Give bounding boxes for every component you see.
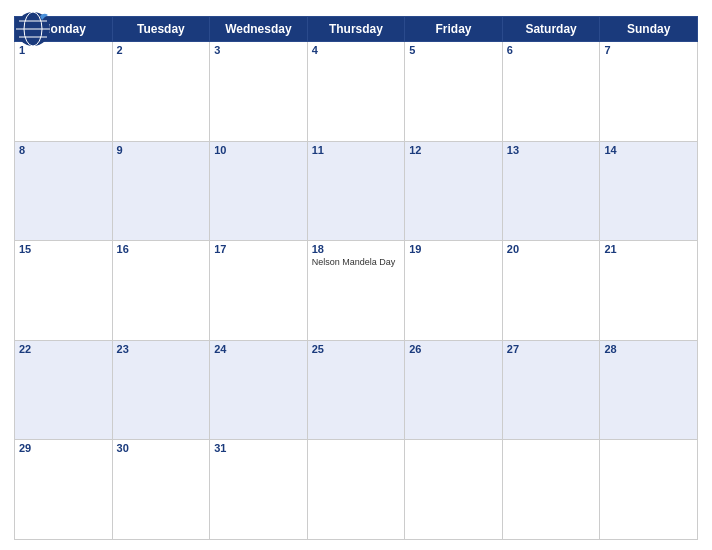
calendar-cell: 13	[502, 141, 600, 241]
calendar-table: MondayTuesdayWednesdayThursdayFridaySatu…	[14, 16, 698, 540]
calendar-cell: 8	[15, 141, 113, 241]
day-number: 21	[604, 243, 693, 255]
calendar-container: MondayTuesdayWednesdayThursdayFridaySatu…	[0, 0, 712, 550]
day-number: 5	[409, 44, 498, 56]
calendar-cell: 27	[502, 340, 600, 440]
day-number: 8	[19, 144, 108, 156]
calendar-cell: 11	[307, 141, 405, 241]
day-number: 20	[507, 243, 596, 255]
day-number: 22	[19, 343, 108, 355]
calendar-cell: 7	[600, 42, 698, 142]
calendar-cell: 17	[210, 241, 308, 341]
day-number: 9	[117, 144, 206, 156]
calendar-cell	[405, 440, 503, 540]
calendar-row-3: 15161718Nelson Mandela Day192021	[15, 241, 698, 341]
calendar-cell: 21	[600, 241, 698, 341]
calendar-cell: 1	[15, 42, 113, 142]
day-number: 23	[117, 343, 206, 355]
calendar-cell: 10	[210, 141, 308, 241]
calendar-cell: 2	[112, 42, 210, 142]
day-number: 25	[312, 343, 401, 355]
calendar-cell: 15	[15, 241, 113, 341]
calendar-cell: 20	[502, 241, 600, 341]
day-number: 12	[409, 144, 498, 156]
calendar-cell: 25	[307, 340, 405, 440]
day-number: 18	[312, 243, 401, 255]
day-number: 24	[214, 343, 303, 355]
calendar-row-1: 1234567	[15, 42, 698, 142]
day-number: 31	[214, 442, 303, 454]
calendar-row-5: 293031	[15, 440, 698, 540]
calendar-cell: 4	[307, 42, 405, 142]
day-number: 11	[312, 144, 401, 156]
day-number: 2	[117, 44, 206, 56]
calendar-cell: 18Nelson Mandela Day	[307, 241, 405, 341]
day-number: 16	[117, 243, 206, 255]
weekday-header-sunday: Sunday	[600, 17, 698, 42]
calendar-cell: 28	[600, 340, 698, 440]
calendar-cell: 30	[112, 440, 210, 540]
day-number: 7	[604, 44, 693, 56]
weekday-header-tuesday: Tuesday	[112, 17, 210, 42]
day-number: 28	[604, 343, 693, 355]
calendar-cell: 23	[112, 340, 210, 440]
calendar-cell: 9	[112, 141, 210, 241]
weekday-header-friday: Friday	[405, 17, 503, 42]
calendar-cell	[600, 440, 698, 540]
day-number: 17	[214, 243, 303, 255]
calendar-cell: 24	[210, 340, 308, 440]
day-number: 3	[214, 44, 303, 56]
day-number: 29	[19, 442, 108, 454]
day-number: 6	[507, 44, 596, 56]
day-number: 27	[507, 343, 596, 355]
calendar-cell: 19	[405, 241, 503, 341]
calendar-cell	[307, 440, 405, 540]
day-number: 14	[604, 144, 693, 156]
day-number: 26	[409, 343, 498, 355]
calendar-cell: 29	[15, 440, 113, 540]
calendar-cell: 22	[15, 340, 113, 440]
calendar-cell: 5	[405, 42, 503, 142]
day-number: 10	[214, 144, 303, 156]
logo	[14, 10, 52, 48]
day-number: 19	[409, 243, 498, 255]
weekday-header-row: MondayTuesdayWednesdayThursdayFridaySatu…	[15, 17, 698, 42]
calendar-cell: 26	[405, 340, 503, 440]
calendar-cell: 14	[600, 141, 698, 241]
calendar-row-2: 891011121314	[15, 141, 698, 241]
calendar-cell: 16	[112, 241, 210, 341]
day-number: 13	[507, 144, 596, 156]
calendar-cell: 6	[502, 42, 600, 142]
weekday-header-saturday: Saturday	[502, 17, 600, 42]
day-number: 30	[117, 442, 206, 454]
weekday-header-wednesday: Wednesday	[210, 17, 308, 42]
calendar-row-4: 22232425262728	[15, 340, 698, 440]
calendar-cell: 12	[405, 141, 503, 241]
calendar-cell: 3	[210, 42, 308, 142]
day-number: 4	[312, 44, 401, 56]
calendar-cell	[502, 440, 600, 540]
weekday-header-thursday: Thursday	[307, 17, 405, 42]
holiday-text: Nelson Mandela Day	[312, 257, 401, 269]
day-number: 15	[19, 243, 108, 255]
calendar-cell: 31	[210, 440, 308, 540]
logo-icon	[14, 10, 52, 48]
